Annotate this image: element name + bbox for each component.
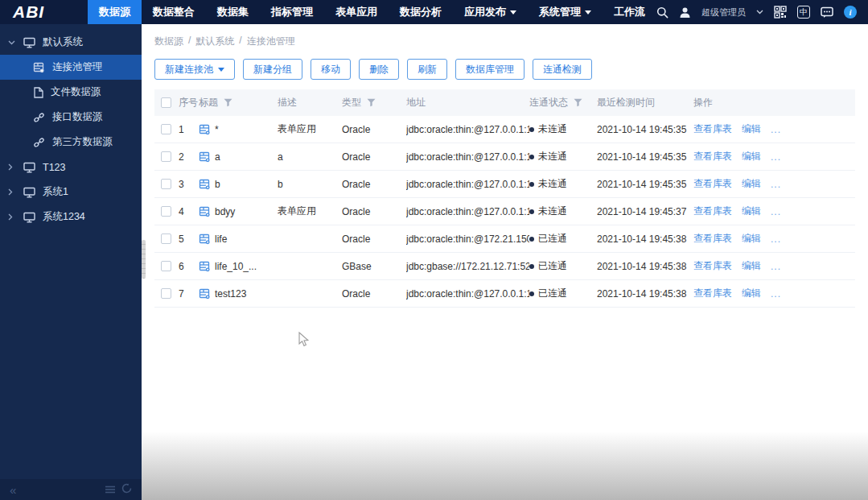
row-title[interactable]: * <box>215 124 219 135</box>
breadcrumb-connection-pool[interactable]: 连接池管理 <box>247 35 295 48</box>
toolbar-button-7[interactable]: 连通检测 <box>533 59 592 80</box>
status-badge: 已连通 <box>538 287 567 300</box>
nav-item-5[interactable]: 表单应用 <box>324 0 389 24</box>
row-checkbox[interactable] <box>161 233 171 244</box>
search-icon[interactable] <box>656 6 668 19</box>
nav-item-1[interactable]: 数据源 <box>88 0 142 24</box>
edit-link[interactable]: 编辑 <box>742 205 761 218</box>
edit-link[interactable]: 编辑 <box>742 150 761 163</box>
row-type: Oracle <box>342 206 406 217</box>
row-title[interactable]: bdyy <box>215 206 235 217</box>
view-tables-link[interactable]: 查看库表 <box>693 259 732 273</box>
action-toolbar: 新建连接池新建分组移动删除刷新数据库管理连通检测 <box>154 59 855 80</box>
more-actions-link[interactable]: ... <box>771 288 781 300</box>
sidebar-subitem-1-3[interactable]: 接口数据源 <box>0 105 142 130</box>
nav-item-4[interactable]: 指标管理 <box>260 0 324 24</box>
more-actions-link[interactable]: ... <box>771 261 781 272</box>
message-icon[interactable] <box>821 6 833 19</box>
column-header-label: 序号 <box>179 96 198 110</box>
main-content: 数据源 / 默认系统 / 连接池管理 新建连接池新建分组移动删除刷新数据库管理连… <box>142 24 868 500</box>
user-avatar-icon[interactable] <box>679 6 691 19</box>
nav-item-9[interactable]: 工作流 <box>603 0 656 24</box>
toolbar-button-3[interactable]: 移动 <box>311 59 351 80</box>
more-actions-link[interactable]: ... <box>771 206 781 217</box>
column-header-label: 操作 <box>693 96 713 110</box>
row-description: 表单应用 <box>278 205 342 218</box>
row-title[interactable]: test123 <box>215 288 246 300</box>
edit-link[interactable]: 编辑 <box>742 122 761 136</box>
nav-item-6[interactable]: 数据分析 <box>389 0 453 24</box>
sidebar-item-3[interactable]: 系统1 <box>0 180 142 205</box>
language-switch-icon[interactable]: 中 <box>797 6 810 19</box>
chevron-right-icon[interactable] <box>8 163 16 171</box>
sidebar-bottom-bar: « <box>0 479 142 500</box>
chevron-right-icon[interactable] <box>8 213 16 221</box>
edit-link[interactable]: 编辑 <box>742 177 761 191</box>
filter-icon[interactable] <box>224 98 232 107</box>
scrollbar-thumb[interactable] <box>142 240 146 279</box>
sidebar-subitem-1-4[interactable]: 第三方数据源 <box>0 130 142 155</box>
row-actions-cell: 查看库表编辑... <box>693 259 855 273</box>
filter-icon[interactable] <box>367 98 376 107</box>
chevron-down-icon[interactable] <box>8 40 16 45</box>
row-title[interactable]: a <box>215 151 220 163</box>
toolbar-button-label: 删除 <box>369 63 389 76</box>
row-title[interactable]: life_10_... <box>215 261 257 272</box>
collapse-sidebar-icon[interactable]: « <box>10 483 16 497</box>
refresh-icon[interactable] <box>121 483 132 496</box>
toolbar-button-2[interactable]: 新建分组 <box>243 59 302 80</box>
toolbar-button-4[interactable]: 删除 <box>359 59 399 80</box>
row-actions-cell: 查看库表编辑... <box>693 287 855 300</box>
row-checkbox[interactable] <box>161 206 171 217</box>
view-tables-link[interactable]: 查看库表 <box>693 177 732 191</box>
qr-code-icon[interactable] <box>774 6 787 19</box>
toolbar-button-1[interactable]: 新建连接池 <box>154 59 235 80</box>
view-tables-link[interactable]: 查看库表 <box>693 287 732 300</box>
toolbar-button-5[interactable]: 刷新 <box>407 59 447 80</box>
edit-link[interactable]: 编辑 <box>742 287 761 300</box>
row-checkbox[interactable] <box>161 261 171 271</box>
status-badge: 未连通 <box>538 205 567 218</box>
nav-item-2[interactable]: 数据整合 <box>142 0 206 24</box>
filter-icon[interactable] <box>574 98 582 107</box>
sidebar-subitem-1-2[interactable]: 文件数据源 <box>0 80 142 105</box>
row-status-cell: 已连通 <box>529 259 597 273</box>
edit-link[interactable]: 编辑 <box>742 259 761 273</box>
row-title[interactable]: b <box>215 179 220 190</box>
sidebar-item-2[interactable]: T123 <box>0 155 142 180</box>
edit-link[interactable]: 编辑 <box>742 232 761 246</box>
nav-item-3[interactable]: 数据集 <box>206 0 260 24</box>
sidebar-item-4[interactable]: 系统1234 <box>0 205 142 229</box>
sidebar-subitem-1-1[interactable]: 连接池管理 <box>0 55 142 80</box>
more-actions-link[interactable]: ... <box>771 233 781 245</box>
row-checkbox[interactable] <box>161 124 171 134</box>
row-checkbox[interactable] <box>161 288 171 299</box>
chevron-right-icon[interactable] <box>8 188 16 196</box>
row-type: Oracle <box>342 151 406 163</box>
select-all-checkbox[interactable] <box>161 97 171 108</box>
toolbar-button-6[interactable]: 数据库管理 <box>455 59 525 80</box>
row-address: jdbc:oracle:thin:@127.0.0.1:1... <box>406 206 529 217</box>
view-tables-link[interactable]: 查看库表 <box>693 122 732 136</box>
sidebar-item-1[interactable]: 默认系统 <box>0 30 142 55</box>
row-title[interactable]: life <box>215 233 227 245</box>
info-icon[interactable]: i <box>844 6 857 19</box>
more-actions-link[interactable]: ... <box>771 124 781 135</box>
user-menu-chevron-icon[interactable] <box>756 10 763 14</box>
more-actions-link[interactable]: ... <box>771 151 781 163</box>
menu-icon[interactable] <box>105 484 115 496</box>
toolbar-button-label: 新建连接池 <box>165 63 213 76</box>
breadcrumb-default-system[interactable]: 默认系统 <box>195 35 234 48</box>
more-actions-link[interactable]: ... <box>771 179 781 190</box>
view-tables-link[interactable]: 查看库表 <box>693 205 732 218</box>
row-checkbox[interactable] <box>161 179 171 189</box>
nav-item-8[interactable]: 系统管理 <box>528 0 603 24</box>
breadcrumb-datasource[interactable]: 数据源 <box>154 35 183 48</box>
nav-item-7[interactable]: 应用发布 <box>453 0 528 24</box>
column-header-label: 最近检测时间 <box>597 96 655 110</box>
nav-item-label: 指标管理 <box>271 5 313 19</box>
row-checkbox[interactable] <box>161 151 171 162</box>
view-tables-link[interactable]: 查看库表 <box>693 150 732 163</box>
view-tables-link[interactable]: 查看库表 <box>693 232 732 246</box>
current-username[interactable]: 超级管理员 <box>701 6 746 19</box>
